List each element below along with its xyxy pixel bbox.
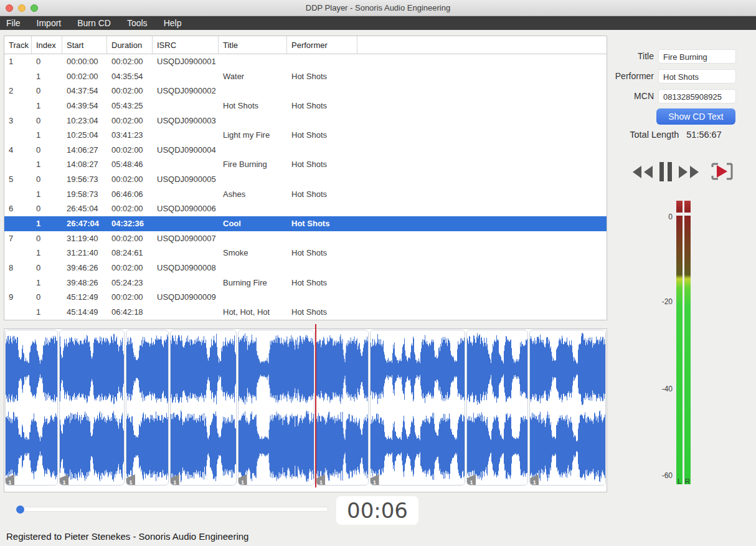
cell-index: 1 (32, 246, 62, 261)
title-field-row: Title Fire Burning (607, 49, 736, 64)
waveform-strip: 111111111 (5, 330, 606, 486)
cell-start: 45:14:49 (62, 305, 107, 320)
cell-track: 3 (4, 113, 32, 128)
cell-index: 1 (32, 216, 62, 231)
cell-isrc: USQDJ0900009 (153, 290, 219, 305)
waveform-segment[interactable]: 1 (126, 330, 169, 486)
menu-help[interactable]: Help (164, 18, 182, 28)
playhead-cursor[interactable] (315, 324, 316, 487)
waveform-segment[interactable]: 1 (5, 330, 58, 486)
fast-forward-icon[interactable] (678, 165, 699, 179)
table-row[interactable]: 1 39:48:26 05:24:23 Burning Fire Hot Sho… (4, 275, 607, 290)
meter-clip-left (676, 201, 683, 213)
waveform-canvas (371, 330, 465, 485)
menu-file[interactable]: File (6, 18, 21, 28)
cell-start: 31:19:40 (62, 231, 107, 246)
menu-tools[interactable]: Tools (127, 18, 148, 28)
meter-channel-right-label: R (684, 477, 691, 485)
table-row[interactable]: 7 0 31:19:40 00:02:00 USQDJ0900007 (4, 231, 607, 246)
table-row[interactable]: 6 0 26:45:04 00:02:00 USQDJ0900006 (4, 201, 607, 216)
menu-burn-cd[interactable]: Burn CD (77, 18, 111, 28)
cell-isrc: USQDJ0900003 (153, 113, 219, 128)
table-row[interactable]: 1 00:02:00 04:35:54 Water Hot Shots (4, 69, 607, 84)
mcn-field-row: MCN 0813285908925 (607, 89, 736, 103)
seek-slider-track[interactable] (17, 507, 328, 511)
title-field[interactable]: Fire Burning (658, 49, 736, 64)
track-table-body: 1 0 00:00:00 00:02:00 USQDJ0900001 1 00:… (4, 54, 607, 320)
waveform-canvas (60, 330, 124, 485)
meter-scale-0: 0 (648, 213, 673, 221)
column-header-duration[interactable]: Duration (107, 36, 153, 54)
mcn-field[interactable]: 0813285908925 (658, 89, 736, 103)
table-row[interactable]: 1 26:47:04 04:32:36 Cool Hot Shots (4, 216, 607, 231)
table-row[interactable]: 4 0 14:06:27 00:02:00 USQDJ0900004 (4, 143, 607, 158)
cell-title: Smoke (219, 246, 287, 261)
cell-start: 10:23:04 (62, 113, 107, 128)
cell-track: 7 (4, 231, 32, 246)
cell-performer: Hot Shots (287, 246, 357, 261)
column-header-index[interactable]: Index (32, 36, 62, 54)
cell-duration: 04:35:54 (107, 69, 153, 84)
table-row[interactable]: 1 45:14:49 06:42:18 Hot, Hot, Hot Hot Sh… (4, 305, 607, 320)
table-row[interactable]: 1 10:25:04 03:41:23 Light my Fire Hot Sh… (4, 128, 607, 143)
column-header-track[interactable]: Track (4, 36, 32, 54)
waveform-segment[interactable]: 1 (238, 330, 315, 486)
table-row[interactable]: 1 04:39:54 05:43:25 Hot Shots Hot Shots (4, 98, 607, 113)
cell-duration: 04:32:36 (107, 216, 153, 231)
pause-icon[interactable] (659, 162, 673, 181)
waveform-canvas (239, 330, 314, 485)
table-row[interactable]: 1 31:21:40 08:24:61 Smoke Hot Shots (4, 246, 607, 261)
cell-title: Cool (219, 216, 287, 231)
column-header-start[interactable]: Start (62, 36, 107, 54)
level-meters: 0 -20 -40 -60 L R (648, 201, 704, 489)
cell-title: Light my Fire (219, 128, 287, 143)
meter-bar-left (676, 216, 683, 484)
table-row[interactable]: 9 0 45:12:49 00:02:00 USQDJ0900009 (4, 290, 607, 305)
table-row[interactable]: 2 0 04:37:54 00:02:00 USQDJ0900002 (4, 84, 607, 98)
cell-performer: Hot Shots (287, 157, 357, 172)
column-header-isrc[interactable]: ISRC (153, 36, 219, 54)
cell-isrc: USQDJ0900005 (153, 172, 219, 187)
performer-field[interactable]: Hot Shots (658, 69, 736, 84)
table-row[interactable]: 3 0 10:23:04 00:02:00 USQDJ0900003 (4, 113, 607, 128)
menu-import[interactable]: Import (37, 18, 62, 28)
cell-start: 04:37:54 (62, 84, 107, 98)
play-through-icon[interactable] (710, 159, 735, 184)
column-header-performer[interactable]: Performer (287, 36, 357, 54)
table-row[interactable]: 1 19:58:73 06:46:06 Ashes Hot Shots (4, 187, 607, 202)
cell-start: 19:56:73 (62, 172, 107, 187)
column-header-title[interactable]: Title (219, 36, 287, 54)
cell-track (4, 157, 32, 172)
cell-isrc (153, 187, 219, 202)
performer-field-row: Performer Hot Shots (607, 69, 736, 84)
waveform-canvas (467, 330, 527, 485)
cell-index: 0 (32, 290, 62, 305)
table-row[interactable]: 5 0 19:56:73 00:02:00 USQDJ0900005 (4, 172, 607, 187)
waveform-canvas (126, 330, 168, 485)
waveform-segment[interactable]: 1 (170, 330, 237, 486)
waveform-segment[interactable]: 1 (370, 330, 465, 486)
waveform-segment[interactable]: 1 (316, 330, 368, 486)
cell-index: 0 (32, 143, 62, 158)
cell-index: 0 (32, 172, 62, 187)
waveform-segment[interactable]: 1 (529, 330, 606, 486)
waveform-segment[interactable]: 1 (59, 330, 125, 486)
title-bar[interactable]: DDP Player - Sonoris Audio Engineering (0, 0, 756, 16)
meter-scale-60: -60 (648, 471, 673, 480)
rewind-icon[interactable] (632, 165, 653, 179)
waveform-segment[interactable]: 1 (466, 330, 528, 486)
cell-performer: Hot Shots (287, 216, 357, 231)
table-row[interactable]: 8 0 39:46:26 00:02:00 USQDJ0900008 (4, 261, 607, 275)
show-cd-text-button[interactable]: Show CD Text (656, 108, 735, 125)
table-row[interactable]: 1 14:08:27 05:48:46 Fire Burning Hot Sho… (4, 157, 607, 172)
cell-track (4, 128, 32, 143)
cell-duration: 05:24:23 (107, 275, 153, 290)
cell-duration: 00:02:00 (107, 84, 153, 98)
cell-title: Fire Burning (219, 157, 287, 172)
cell-start: 00:00:00 (62, 54, 107, 69)
cell-duration: 06:42:18 (107, 305, 153, 320)
table-row[interactable]: 1 0 00:00:00 00:02:00 USQDJ0900001 (4, 54, 607, 69)
cell-title: Hot Shots (219, 98, 287, 113)
cell-track: 9 (4, 290, 32, 305)
seek-slider-thumb[interactable] (16, 505, 24, 514)
